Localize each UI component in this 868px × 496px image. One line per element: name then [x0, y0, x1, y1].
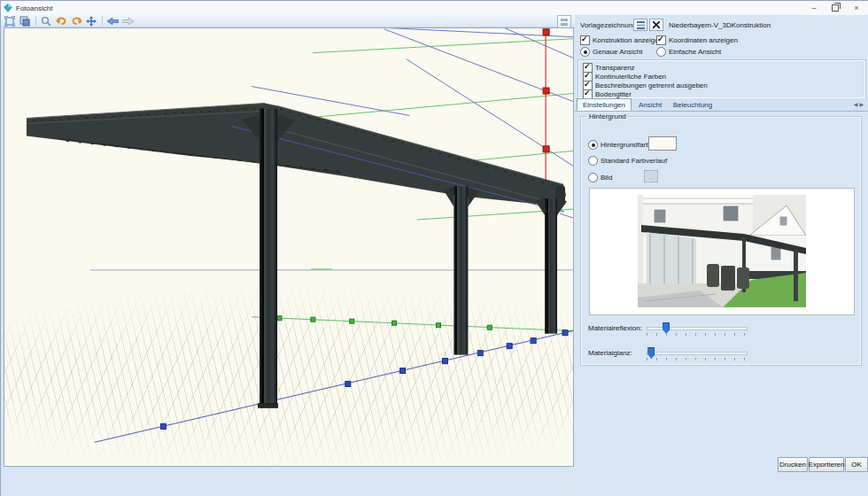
restore-button[interactable] [825, 1, 846, 15]
checkbox-beschreibungen-label: Beschreibungen getrennt ausgeben [595, 81, 708, 89]
exportieren-label: Exportieren [809, 461, 845, 469]
radio-standard-farbverlauf[interactable] [588, 156, 598, 166]
viewport-corner-button[interactable] [557, 15, 571, 28]
checkbox-farben-label: Kontinuierliche Farben [595, 73, 666, 81]
radio-bild[interactable] [588, 173, 598, 182]
radio-einfache-label: Einfache Ansicht [669, 48, 721, 56]
checkbox-konstruktion-label: Konstruktion anzeigen [593, 36, 663, 44]
checkbox-konstruktion[interactable] [580, 35, 590, 45]
minimize-button[interactable]: – [803, 1, 825, 15]
fit-view-icon [4, 16, 15, 27]
rotate-left-button[interactable] [54, 15, 68, 27]
navigate-back-icon [107, 17, 119, 26]
render-options-group: Transparenz Kontinuierliche Farben Besch… [577, 59, 866, 99]
template-list-icon [637, 21, 645, 29]
tab-beleuchtung[interactable]: Beleuchtung [669, 99, 717, 111]
radio-genaue-ansicht[interactable] [580, 47, 590, 57]
viewport-corner-icon [561, 19, 568, 26]
radio-bild-label: Bild [601, 174, 612, 182]
radio-farbverlauf-label: Standard Farbverlauf [601, 157, 667, 165]
exportieren-button[interactable]: Exportieren [809, 457, 844, 472]
render-photo-button[interactable] [18, 15, 32, 27]
app-icon [4, 4, 12, 12]
tab-einstellungen-label: Einstellungen [583, 101, 625, 109]
drucken-button[interactable]: Drucken [778, 457, 808, 472]
template-select-button[interactable] [633, 19, 647, 31]
radio-genaue-label: Genaue Ansicht [593, 48, 642, 56]
materialreflexion-label: Materialreflexion: [588, 324, 642, 332]
clear-x-icon [653, 21, 660, 28]
horizon-line [90, 269, 573, 270]
viewport-3d[interactable] [4, 27, 574, 467]
template-label: Vorlagezeichnung: [580, 21, 639, 29]
radio-hintergrundfarbe-label: Hintergrundfarbe [601, 141, 654, 149]
tab-bar: Einstellungen Ansicht Beleuchtung ◀▶ [575, 98, 868, 112]
template-value: Niederbayern-V_3DKonstruktion [669, 21, 771, 29]
materialglanz-ticks [647, 358, 747, 360]
ok-label: OK [851, 461, 862, 469]
materialglanz-slider[interactable] [647, 352, 748, 355]
orbit-icon [41, 16, 51, 27]
checkbox-bodengitter-label: Bodengitter [595, 90, 632, 98]
close-button[interactable]: × [846, 1, 867, 15]
materialglanz-label: Materialglanz: [588, 349, 632, 357]
background-color-swatch[interactable] [648, 136, 677, 151]
bild-browse-button[interactable]: ... [644, 170, 658, 182]
toolbar-separator [35, 16, 36, 26]
template-clear-button[interactable] [649, 19, 663, 31]
settings-panel: Vorlagezeichnung: Niederbayern-V_3DKonst… [575, 15, 868, 496]
pan-button[interactable] [84, 15, 98, 27]
pan-icon [86, 16, 97, 27]
background-image-panel [589, 188, 855, 315]
drucken-label: Drucken [779, 461, 806, 469]
ok-button[interactable]: OK [845, 457, 868, 472]
checkbox-transparenz-label: Transparenz [595, 64, 635, 72]
checkbox-koordinaten[interactable] [656, 35, 666, 45]
rotate-left-icon [56, 16, 67, 26]
navigate-forward-button[interactable] [120, 15, 135, 27]
restore-icon [832, 4, 839, 12]
materialreflexion-slider[interactable] [647, 327, 748, 330]
coordinate-axis-red[interactable] [543, 29, 549, 202]
rotate-right-icon [71, 16, 82, 26]
materialreflexion-ticks [647, 333, 747, 336]
radio-hintergrundfarbe[interactable] [588, 140, 598, 150]
background-group-title: Hintergrund [586, 112, 629, 120]
tab-ansicht[interactable]: Ansicht [633, 99, 667, 111]
ground-guides[interactable] [95, 316, 573, 443]
fit-view-button[interactable] [3, 15, 17, 27]
tab-einstellungen[interactable]: Einstellungen [577, 98, 632, 111]
construction-3d-scene [4, 28, 573, 466]
checkbox-koordinaten-label: Koordinaten anzeigen [669, 36, 738, 44]
orbit-button[interactable] [39, 15, 53, 27]
title-bar: Fotoansicht – × [1, 1, 868, 16]
tab-beleuchtung-label: Beleuchtung [673, 101, 712, 109]
radio-einfache-ansicht[interactable] [656, 47, 666, 57]
tab-scroll-arrows[interactable]: ◀▶ [854, 101, 865, 107]
window-title: Fotoansicht [16, 4, 52, 12]
navigate-forward-icon [122, 17, 134, 26]
render-photo-icon [19, 16, 30, 27]
navigate-back-button[interactable] [105, 15, 120, 27]
toolbar-separator [102, 16, 103, 26]
background-photo [638, 195, 806, 307]
fotoansicht-window: Fotoansicht – × [0, 0, 868, 496]
browse-dots-label: ... [648, 173, 655, 181]
background-group: Hintergrund Hintergrundfarbe Standard Fa… [580, 116, 862, 366]
tab-ansicht-label: Ansicht [639, 101, 662, 109]
viewport-toolbar [1, 15, 575, 27]
rotate-right-button[interactable] [69, 15, 83, 27]
